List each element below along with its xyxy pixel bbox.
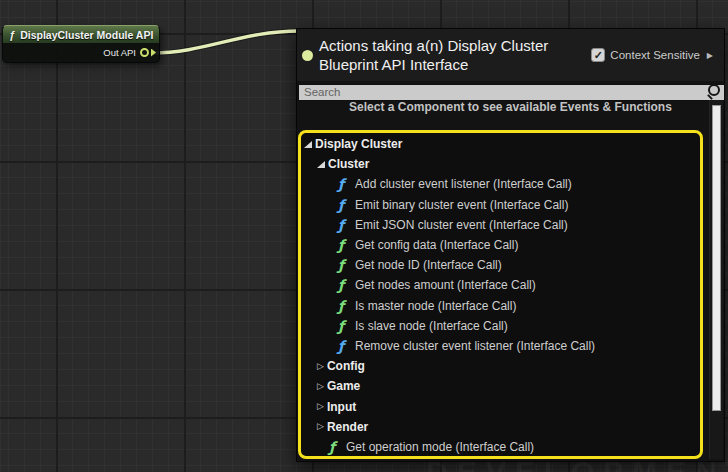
function-icon: ƒ (338, 177, 349, 191)
function-icon: ƒ (9, 29, 15, 41)
tree-item-label: Remove cluster event listener (Interface… (355, 339, 595, 353)
tree-item-function[interactable]: ƒGet nodes amount (Interface Call) (301, 275, 700, 295)
function-icon: ƒ (338, 299, 349, 313)
expander-closed-icon[interactable]: ▷ (317, 402, 324, 411)
tree-item-label: Get node ID (Interface Call) (355, 258, 502, 272)
tree-item-function[interactable]: ƒIs slave node (Interface Call) (301, 316, 700, 336)
tree-item-label: Get nodes amount (Interface Call) (355, 278, 536, 292)
tree-item-label: Display Cluster (315, 137, 402, 151)
output-pin-arrow-icon (151, 49, 156, 57)
highlighted-results-box: Display ClusterClusterƒAdd cluster event… (298, 130, 703, 459)
context-menu-header: Actions taking a(n) Display Cluster Blue… (297, 29, 724, 81)
tree-item-category[interactable]: ▷Render (301, 417, 700, 437)
tree-item-label: Render (327, 420, 368, 434)
tree-item-label: Emit binary cluster event (Interface Cal… (355, 198, 568, 212)
tree-item-function[interactable]: ƒIs master node (Interface Call) (301, 296, 700, 316)
context-sensitive-label: Context Sensitive (610, 49, 700, 61)
expander-closed-icon[interactable]: ▷ (317, 362, 324, 371)
tree-item-label: Config (327, 359, 365, 373)
function-icon: ƒ (338, 238, 349, 252)
function-icon: ƒ (338, 198, 349, 212)
output-pin-label: Out API (103, 47, 136, 58)
expander-open-icon[interactable] (317, 161, 325, 168)
node-title: DisplayCluster Module API (20, 29, 153, 41)
tree-item-category[interactable]: ▷Game (301, 376, 700, 396)
tree-item-label: Is master node (Interface Call) (355, 299, 516, 313)
tree-list: Display ClusterClusterƒAdd cluster event… (301, 133, 700, 457)
expander-closed-icon[interactable]: ▷ (317, 382, 324, 391)
expander-closed-icon[interactable]: ▷ (317, 422, 324, 431)
component-hint-text: Select a Component to see available Even… (297, 100, 724, 114)
tree-item-label: Get config data (Interface Call) (355, 238, 518, 252)
context-sensitive-checkbox[interactable]: ✓ (591, 48, 605, 62)
tree-item-function[interactable]: ƒAdd cluster event listener (Interface C… (301, 174, 700, 194)
tree-item-function[interactable]: ƒGet config data (Interface Call) (301, 235, 700, 255)
tree-item-label: Add cluster event listener (Interface Ca… (355, 177, 572, 191)
scrollbar-track[interactable] (709, 100, 723, 459)
title-bullet-icon (302, 50, 313, 61)
tree-item-category[interactable]: Cluster (301, 154, 700, 174)
tree-item-function[interactable]: ƒGet node ID (Interface Call) (301, 255, 700, 275)
function-icon: ƒ (329, 440, 340, 454)
tree-item-function[interactable]: ƒGet operation mode (Interface Call) (301, 437, 700, 457)
context-sensitive-control: ✓ Context Sensitive ▶ (591, 48, 713, 62)
tree-item-category[interactable]: Display Cluster (301, 134, 700, 154)
search-icon (706, 83, 721, 98)
context-menu-title: Actions taking a(n) Display Cluster Blue… (319, 36, 591, 74)
tree-item-function[interactable]: ƒRemove cluster event listener (Interfac… (301, 336, 700, 356)
tree-item-category[interactable]: ▷Config (301, 356, 700, 376)
tree-item-label: Game (327, 379, 360, 393)
tree-item-function[interactable]: ƒEmit binary cluster event (Interface Ca… (301, 195, 700, 215)
tree-item-label: Get operation mode (Interface Call) (346, 440, 534, 454)
tree-item-label: Input (327, 400, 356, 414)
function-icon: ƒ (338, 258, 349, 272)
node-header[interactable]: ƒ DisplayCluster Module API (2, 25, 160, 43)
tree-item-function[interactable]: ƒEmit JSON cluster event (Interface Call… (301, 215, 700, 235)
function-icon: ƒ (338, 218, 349, 232)
function-icon: ƒ (338, 339, 349, 353)
tree-item-label: Emit JSON cluster event (Interface Call) (355, 218, 568, 232)
output-pin-icon[interactable] (140, 48, 149, 57)
node-body: Out API (2, 43, 160, 63)
tree-item-label: Is slave node (Interface Call) (355, 319, 508, 333)
tree-item-label: Cluster (328, 157, 369, 171)
blueprint-actions-context-menu: Actions taking a(n) Display Cluster Blue… (296, 28, 725, 462)
blueprint-node-displaycluster-module-api[interactable]: ƒ DisplayCluster Module API Out API (2, 25, 160, 63)
expander-open-icon[interactable] (304, 141, 312, 148)
submenu-arrow-icon[interactable]: ▶ (707, 51, 713, 60)
function-icon: ƒ (338, 278, 349, 292)
scrollbar-thumb[interactable] (712, 105, 721, 411)
search-input[interactable] (298, 84, 725, 101)
function-icon: ƒ (338, 319, 349, 333)
tree-item-category[interactable]: ▷Input (301, 396, 700, 416)
search-bar (298, 82, 725, 99)
